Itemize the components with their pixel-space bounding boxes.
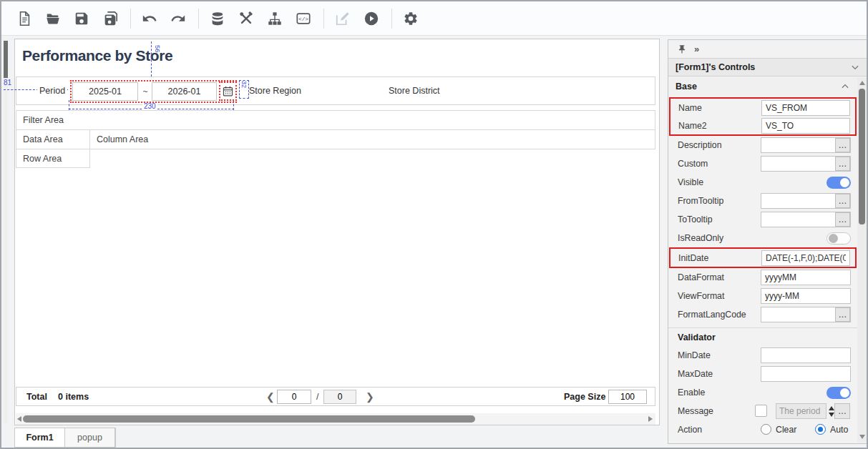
ellipsis-button[interactable]: …	[835, 307, 850, 322]
tools-icon	[238, 11, 254, 26]
save-all-button[interactable]	[99, 7, 122, 30]
run-icon	[364, 11, 379, 26]
ellipsis-button[interactable]: …	[835, 212, 850, 227]
property-control: …	[761, 193, 851, 209]
filter-area[interactable]: Filter Area	[16, 110, 655, 130]
settings-button[interactable]	[399, 7, 422, 30]
scroll-down-arrow-icon[interactable]	[859, 435, 865, 439]
property-row: ViewFormat	[668, 287, 857, 305]
row-area[interactable]: Row Area	[16, 149, 90, 168]
property-input[interactable]	[761, 118, 850, 134]
property-label: Enable	[678, 388, 705, 398]
sitemap-button[interactable]	[263, 7, 286, 30]
property-input[interactable]	[761, 366, 851, 382]
spinner-down-icon[interactable]	[829, 413, 834, 417]
panel-title-bar[interactable]: [Form1]'s Controls	[668, 58, 867, 77]
scrollbar-thumb[interactable]	[4, 41, 8, 78]
property-control	[761, 385, 851, 400]
property-input[interactable]	[761, 100, 850, 116]
collapse-panel-icon[interactable]: »	[694, 44, 699, 54]
property-label: Description	[678, 140, 722, 150]
next-page-button[interactable]: ❯	[366, 391, 374, 403]
total-pages-input	[323, 390, 356, 404]
property-control: …	[761, 137, 851, 153]
scrollbar-thumb[interactable]	[859, 89, 865, 224]
property-label: ViewFormat	[678, 291, 724, 301]
edit-button	[331, 7, 354, 30]
panel-header: »	[668, 40, 867, 58]
highlight-red-box: NameName2	[669, 97, 857, 136]
radio-option-clear[interactable]: Clear	[761, 424, 796, 435]
redo-icon	[170, 11, 186, 26]
property-row: Enable	[668, 383, 857, 402]
toolbar-separator	[130, 9, 131, 29]
tools-button[interactable]	[235, 7, 258, 30]
scrollbar-thumb[interactable]	[23, 415, 475, 423]
property-input[interactable]	[761, 288, 851, 304]
save-icon	[74, 11, 89, 26]
ellipsis-button[interactable]: …	[835, 157, 850, 171]
undo-button[interactable]	[138, 7, 161, 30]
property-label: MaxDate	[678, 369, 713, 379]
form-tabs: Form1popup	[14, 428, 116, 448]
property-row: Description…	[668, 136, 857, 154]
scroll-left-arrow-icon[interactable]	[17, 416, 21, 422]
property-label: Message	[678, 406, 713, 416]
message-checkbox[interactable]	[755, 405, 767, 417]
property-list: NameName2Description…Custom…VisibleFromT…	[668, 96, 857, 439]
save-button[interactable]	[70, 7, 93, 30]
property-row: Name2	[670, 117, 855, 134]
toggle-on[interactable]	[826, 387, 851, 399]
property-input[interactable]	[761, 250, 850, 266]
pin-icon[interactable]	[677, 44, 687, 54]
panel-vertical-scrollbar[interactable]	[857, 77, 867, 443]
new-file-button[interactable]	[13, 7, 36, 30]
radio-label: Clear	[776, 425, 796, 435]
store-district-label[interactable]: Store District	[389, 86, 440, 96]
ellipsis-button[interactable]: …	[835, 138, 850, 152]
store-region-label[interactable]: Store Region	[249, 86, 301, 96]
scroll-up-arrow-icon[interactable]	[859, 81, 865, 85]
open-folder-button[interactable]	[42, 7, 64, 30]
redo-button[interactable]	[167, 7, 190, 30]
spinner-up-icon[interactable]	[829, 406, 834, 410]
period-to-input[interactable]	[152, 82, 217, 101]
total-count: 0 items	[58, 392, 89, 402]
radio-option-auto[interactable]: Auto	[815, 424, 848, 435]
open-folder-icon	[45, 11, 61, 26]
form-tab-popup[interactable]: popup	[65, 428, 115, 447]
property-row: FormatLangCode…	[668, 305, 857, 324]
column-area[interactable]: Column Area	[89, 129, 655, 149]
form-tab-form1[interactable]: Form1	[15, 428, 65, 447]
run-button[interactable]	[360, 7, 383, 30]
period-from-input[interactable]	[72, 82, 138, 101]
design-canvas: Performance by Store 56 81 230 Period ~	[14, 39, 660, 425]
toggle-off[interactable]	[826, 232, 851, 245]
canvas-horizontal-scrollbar[interactable]	[16, 413, 655, 425]
edit-icon	[335, 11, 351, 26]
scroll-right-arrow-icon[interactable]	[648, 416, 653, 422]
property-input[interactable]	[761, 270, 851, 285]
property-input[interactable]	[761, 347, 851, 363]
data-area[interactable]: Data Area	[16, 129, 90, 149]
ellipsis-button[interactable]: …	[834, 403, 850, 419]
undo-icon	[142, 11, 157, 26]
guide-left-offset-label: 81	[4, 79, 11, 87]
property-control	[761, 347, 851, 363]
guide-height-label: 32	[240, 81, 248, 88]
ellipsis-button[interactable]: …	[835, 194, 850, 208]
code-button[interactable]: </>	[292, 7, 315, 30]
panel-body: Base NameName2Description…Custom…Visible…	[668, 77, 857, 443]
section-base[interactable]: Base	[668, 77, 857, 96]
database-button[interactable]	[206, 7, 229, 30]
prev-page-button[interactable]: ❮	[266, 391, 275, 403]
new-file-icon	[16, 11, 32, 26]
toggle-on[interactable]	[826, 177, 851, 189]
guide-title-height-label: 56	[154, 45, 162, 53]
calendar-button[interactable]	[219, 82, 237, 101]
property-control	[761, 230, 851, 246]
current-page-input[interactable]	[277, 390, 311, 404]
canvas-vertical-scrollbar[interactable]	[4, 39, 8, 424]
toolbar-separator	[391, 9, 392, 29]
page-size-input[interactable]	[608, 390, 647, 404]
